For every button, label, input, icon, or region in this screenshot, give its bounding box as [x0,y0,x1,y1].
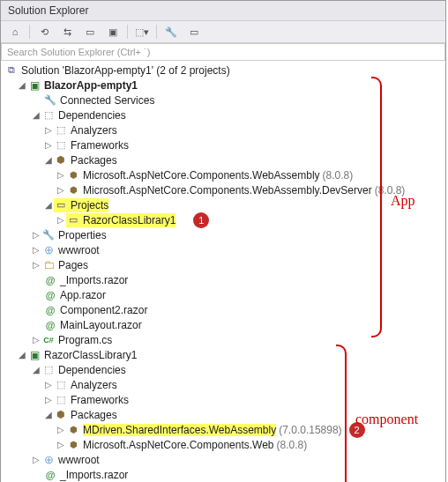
chevron-right-icon[interactable]: ▷ [56,185,66,195]
label: Program.cs [58,334,112,346]
packages-icon [54,153,68,167]
chevron-right-icon[interactable]: ▷ [43,395,54,404]
package-icon [66,423,80,437]
label: Connected Services [60,94,154,107]
properties-button[interactable]: 🔧 [162,24,180,40]
properties-icon [41,228,56,242]
packages-icon [54,408,68,422]
label: Component2.razor [60,304,147,316]
chevron-right-icon[interactable]: ▷ [43,125,54,135]
search-input[interactable]: Search Solution Explorer (Ctrl+ ˙) [1,43,445,61]
label: wwwroot [58,244,100,256]
solution-icon [4,63,19,78]
solution-tree: Solution 'BlazorApp-empty1' (2 of 2 proj… [1,61,445,482]
package-item[interactable]: ▷Microsoft.AspNetCore.Components.Web(8.0… [1,437,445,452]
folder-icon [41,258,56,272]
label: Packages [71,154,117,167]
razor-icon [43,318,57,332]
project-ref-icon [66,213,80,227]
chevron-down-icon[interactable]: ◢ [31,110,41,120]
swap-button[interactable]: ⇆ [58,24,76,40]
chevron-down-icon[interactable]: ◢ [43,410,54,419]
chevron-right-icon[interactable]: ▷ [31,230,41,240]
analyzers-icon [54,123,68,137]
label: wwwroot [58,454,100,466]
sync-button[interactable]: ⟲ [35,24,53,40]
label: MainLayout.razor [60,319,142,331]
file-item[interactable]: _Imports.razor [1,467,445,482]
dependencies-node[interactable]: ◢Dependencies [1,362,445,377]
package-label: MDriven.SharedInterfaces.WebAssembly [83,424,276,436]
label: RazorClassLibrary1 [83,214,175,226]
dependencies-icon [41,363,56,377]
dependencies-icon [41,108,56,122]
window-title: Solution Explorer [8,4,88,17]
package-version: (8.0.8) [323,169,354,182]
package-version: (8.0.8) [277,439,308,451]
chevron-down-icon[interactable]: ◢ [17,80,27,90]
callout-1: 1 [193,212,209,228]
bracket-app [371,77,382,337]
label: _Imports.razor [60,469,128,481]
chevron-right-icon[interactable]: ▷ [43,380,54,389]
preview-button[interactable]: ▭ [185,24,203,40]
label: Analyzers [71,379,117,391]
project-label: RazorClassLibrary1 [44,349,137,361]
package-item[interactable]: ▷MDriven.SharedInterfaces.WebAssembly(7.… [1,422,445,437]
razor-icon [43,468,57,482]
package-label: Microsoft.AspNetCore.Components.Web [83,439,274,451]
project-icon [27,348,41,362]
solution-label: Solution 'BlazorApp-empty1' (2 of 2 proj… [21,64,230,77]
frameworks-icon [54,138,68,152]
separator [156,25,157,39]
separator [29,25,30,39]
project-node[interactable]: ◢RazorClassLibrary1 [1,347,445,362]
wwwroot-node[interactable]: ▷wwwroot [1,452,445,467]
callout-2: 2 [349,422,365,438]
chevron-right-icon[interactable]: ▷ [56,425,66,434]
chevron-right-icon[interactable]: ▷ [31,455,41,464]
separator [127,25,128,39]
chevron-right-icon[interactable]: ▷ [31,335,41,345]
show-all-button[interactable]: ▣ [104,24,122,40]
label: Frameworks [71,394,129,406]
chevron-down-icon[interactable]: ◢ [43,155,54,165]
project-label: BlazorApp-empty1 [44,79,138,92]
chevron-down-icon[interactable]: ◢ [43,200,54,210]
chevron-right-icon[interactable]: ▷ [56,170,66,180]
label: Dependencies [58,364,126,376]
chevron-down-icon[interactable]: ◢ [31,365,41,374]
toolbar: ⌂ ⟲ ⇆ ▭ ▣ ⬚▾ 🔧 ▭ [1,21,445,43]
globe-icon [41,243,56,257]
package-icon [66,183,80,197]
globe-icon [41,453,56,467]
frameworks-icon [54,393,68,407]
chevron-right-icon[interactable]: ▷ [43,140,54,150]
solution-node[interactable]: Solution 'BlazorApp-empty1' (2 of 2 proj… [1,63,445,78]
razor-icon [43,273,57,287]
label: Projects [71,199,108,211]
chevron-right-icon[interactable]: ▷ [56,215,66,225]
razor-icon [43,288,57,302]
view-button[interactable]: ⬚▾ [133,24,151,40]
chevron-down-icon[interactable]: ◢ [17,350,27,360]
label: Pages [58,259,88,271]
label: _Imports.razor [60,274,128,286]
label: Packages [71,409,117,421]
label: Frameworks [71,139,129,152]
package-icon [66,438,80,452]
chevron-right-icon[interactable]: ▷ [31,260,41,270]
packages-node[interactable]: ◢Packages [1,407,445,422]
label: Dependencies [58,109,126,122]
razor-icon [43,303,57,317]
label: App.razor [60,289,106,301]
bracket-component [336,345,347,482]
chevron-right-icon[interactable]: ▷ [56,440,66,449]
chevron-right-icon[interactable]: ▷ [31,245,41,255]
package-version: (7.0.0.15898) [279,424,341,436]
frameworks-node[interactable]: ▷Frameworks [1,392,445,407]
analyzers-node[interactable]: ▷Analyzers [1,377,445,392]
home-button[interactable]: ⌂ [6,24,24,40]
projects-icon [54,198,68,212]
collapse-button[interactable]: ▭ [81,24,99,40]
